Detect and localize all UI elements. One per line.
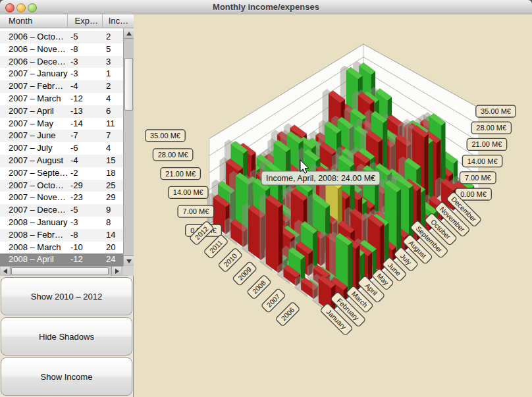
table-row[interactable]: 2008 – Febr…-814	[0, 229, 123, 242]
table-cell: 2006 – Dece…	[0, 56, 68, 68]
table-row[interactable]: 2007 – March-124	[0, 93, 123, 105]
table-cell: 4	[103, 142, 123, 155]
table-cell: 2007 – June	[0, 130, 68, 142]
scroll-right-button[interactable]	[111, 267, 121, 276]
value-axis-label-right: 7.00 M€	[460, 172, 496, 184]
table-cell: -12	[68, 253, 103, 266]
table-cell: -12	[68, 93, 103, 105]
table-row[interactable]: 2007 – July-64	[0, 142, 123, 155]
month-table[interactable]: Month Exp… Inc… 2006 – Octo…-522006 – No…	[0, 14, 134, 276]
table-cell: 2008 – Febr…	[0, 229, 68, 242]
table-cell: 2007 – August	[0, 155, 68, 167]
table-cell: 7	[103, 130, 123, 142]
table-cell: -29	[68, 180, 103, 192]
svg-text:35.00 M€: 35.00 M€	[150, 132, 180, 140]
table-cell: 2008 – April	[0, 253, 68, 266]
table-row[interactable]: 2007 – June-77	[0, 130, 123, 142]
value-axis-label-right: 21.00 M€	[467, 138, 506, 150]
svg-text:0.00 M€: 0.00 M€	[460, 190, 487, 198]
show-2010-2012-button[interactable]: Show 2010 – 2012	[1, 277, 132, 315]
table-row[interactable]: 2007 – January-31	[0, 68, 123, 80]
table-row[interactable]: 2008 – April-1224	[0, 253, 123, 266]
table-cell: 2007 – July	[0, 142, 68, 155]
scroll-left-button[interactable]	[1, 267, 11, 276]
table-cell: -3	[68, 217, 103, 229]
svg-text:21.00 M€: 21.00 M€	[165, 170, 196, 178]
column-header-month[interactable]: Month	[0, 14, 68, 28]
value-axis-label-left: 7.00 M€	[178, 205, 214, 217]
table-cell: 6	[103, 105, 123, 118]
table-row[interactable]: 2008 – March-1020	[0, 242, 123, 254]
table-row[interactable]: 2007 – May-1411	[0, 118, 123, 130]
button-area: Show 2010 – 2012 Hide Shadows Show Incom…	[0, 276, 134, 397]
table-cell: 2007 – Dece…	[0, 204, 68, 217]
table-cell: 11	[103, 118, 123, 130]
vertical-scrollbar[interactable]	[123, 28, 134, 266]
table-rows[interactable]: 2006 – Octo…-522006 – Nove…-852006 – Dec…	[0, 28, 123, 266]
table-cell: 29	[103, 192, 123, 204]
table-row[interactable]: 2007 – Nove…-2329	[0, 192, 123, 204]
left-arrow-icon	[3, 269, 7, 274]
svg-text:14.00 M€: 14.00 M€	[173, 188, 203, 196]
svg-text:14.00 M€: 14.00 M€	[467, 157, 498, 165]
table-cell: -2	[68, 167, 103, 180]
down-arrow-icon	[126, 259, 132, 263]
hide-shadows-button[interactable]: Hide Shadows	[1, 317, 132, 356]
table-row[interactable]: 2007 – Febr…-42	[0, 80, 123, 93]
table-row[interactable]: 2007 – Dece…-59	[0, 204, 123, 217]
horizontal-scrollbar[interactable]	[0, 266, 123, 276]
window-title: Monthly income/expenses	[0, 2, 532, 12]
value-axis-label-left: 35.00 M€	[146, 130, 185, 142]
table-cell: 24	[103, 253, 123, 266]
scroll-up-button[interactable]	[124, 28, 134, 39]
table-row[interactable]: 2006 – Nove…-85	[0, 43, 123, 56]
table-cell: 18	[103, 167, 123, 180]
table-row[interactable]: 2006 – Octo…-52	[0, 31, 123, 43]
table-cell: -6	[68, 142, 103, 155]
table-row[interactable]: 2007 – Septe…-218	[0, 167, 123, 180]
table-row[interactable]: 2007 – Octo…-2925	[0, 180, 123, 192]
table-cell: 15	[103, 155, 123, 167]
title-bar[interactable]: Monthly income/expenses	[0, 0, 532, 15]
table-row[interactable]: 2007 – April-136	[0, 105, 123, 118]
value-axis-label-left: 14.00 M€	[169, 186, 208, 198]
column-header-expenses[interactable]: Exp…	[68, 14, 103, 28]
table-row[interactable]: 2007 – August-415	[0, 155, 123, 167]
table-cell: -5	[68, 204, 103, 217]
table-cell: -7	[68, 130, 103, 142]
table-cell: 2	[103, 80, 123, 93]
value-axis-label-right: 28.00 M€	[471, 122, 511, 134]
show-income-button[interactable]: Show Income	[1, 357, 132, 396]
table-cell: 5	[103, 43, 123, 56]
table-cell: 4	[103, 93, 123, 105]
table-cell: 2	[103, 31, 123, 43]
scrollbar-corner	[123, 266, 134, 276]
table-cell: 2007 – Octo…	[0, 180, 68, 192]
table-row[interactable]: 2006 – Dece…-33	[0, 56, 123, 68]
table-cell: 2008 – January	[0, 217, 68, 229]
table-header[interactable]: Month Exp… Inc…	[0, 14, 134, 28]
table-cell: 2006 – Octo…	[0, 31, 68, 43]
app-window: Monthly income/expenses Month Exp… Inc… …	[0, 0, 532, 397]
table-cell: 2007 – January	[0, 68, 68, 80]
table-cell: 1	[103, 68, 123, 80]
horizontal-scroll-thumb[interactable]	[11, 267, 109, 275]
table-cell: 8	[103, 217, 123, 229]
table-cell: 2007 – March	[0, 93, 68, 105]
bar-chart-canvas[interactable]: 35.00 M€35.00 M€28.00 M€28.00 M€21.00 M€…	[134, 14, 532, 397]
value-axis-label-right: 35.00 M€	[476, 105, 516, 117]
scroll-down-button[interactable]	[124, 255, 134, 266]
column-header-income[interactable]: Inc…	[103, 14, 134, 28]
value-axis-label-left: 28.00 M€	[153, 149, 192, 161]
svg-text:Income, April, 2008: 24.00 M€: Income, April, 2008: 24.00 M€	[266, 174, 375, 183]
table-cell: -8	[68, 43, 103, 56]
svg-text:35.00 M€: 35.00 M€	[481, 107, 511, 115]
chart-area[interactable]: 35.00 M€35.00 M€28.00 M€28.00 M€21.00 M€…	[134, 14, 532, 397]
up-arrow-icon	[126, 32, 132, 36]
table-cell: -4	[68, 80, 103, 93]
table-row[interactable]: 2008 – January-38	[0, 217, 123, 229]
vertical-scroll-thumb[interactable]	[124, 58, 133, 111]
bar-expenses-2009-January[interactable]	[266, 195, 283, 273]
table-cell: -5	[68, 31, 103, 43]
table-cell: 14	[103, 229, 123, 242]
